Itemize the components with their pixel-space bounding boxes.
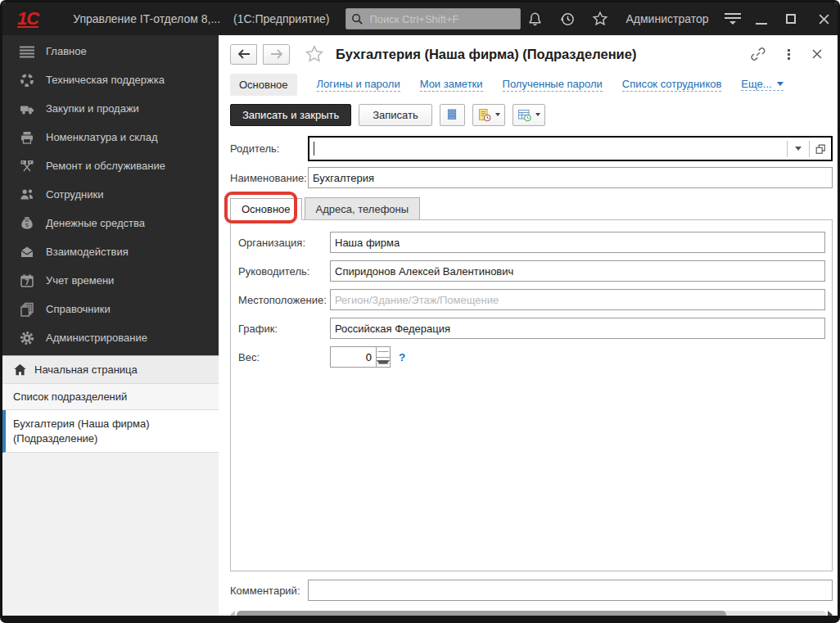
- spinner-down-button[interactable]: [377, 358, 390, 368]
- search-icon: [351, 13, 364, 25]
- chevron-down-icon: [535, 113, 540, 116]
- close-form-icon[interactable]: [811, 48, 823, 60]
- sidebar-item-employees[interactable]: Сотрудники: [2, 180, 219, 209]
- sidebar-item-active-department[interactable]: Бухгалтерия (Наша фирма) (Подразделение): [2, 410, 219, 453]
- copy-link-icon[interactable]: [750, 46, 766, 62]
- open-window-icon: [815, 143, 826, 155]
- save-and-close-button[interactable]: Записать и закрыть: [230, 104, 351, 126]
- name-label: Наименование:: [230, 172, 308, 184]
- schedule-field-row: График:: [238, 318, 825, 339]
- sidebar-item-nomenclature[interactable]: Номенклатура и склад: [2, 123, 219, 151]
- sidebar-item-label: Номенклатура и склад: [46, 131, 157, 143]
- mail-icon: [19, 244, 34, 260]
- location-input[interactable]: [330, 289, 825, 310]
- table-history-button[interactable]: [513, 104, 545, 126]
- calendar-icon: 7: [19, 273, 34, 288]
- sidebar-item-time-tracking[interactable]: 7 Учет времени: [2, 266, 219, 295]
- nav-more-label: Еще...: [741, 78, 771, 90]
- parent-field-row: Родитель:: [230, 136, 833, 161]
- weight-spinner: [377, 346, 391, 368]
- name-input[interactable]: [308, 167, 833, 188]
- nav-more-button[interactable]: Еще...: [741, 78, 783, 91]
- tab-general[interactable]: Основное: [230, 198, 302, 220]
- organization-input[interactable]: [330, 232, 825, 253]
- weight-help-link[interactable]: ?: [399, 351, 405, 363]
- maximize-button[interactable]: [782, 10, 800, 28]
- sidebar-item-label: Справочники: [46, 303, 111, 315]
- sidebar-item-repair-service[interactable]: Ремонт и обслуживание: [2, 151, 219, 180]
- form-header: Бухгалтерия (Наша фирма) (Подразделение): [230, 35, 833, 73]
- nav-tab-main[interactable]: Основное: [230, 74, 297, 96]
- close-window-button[interactable]: [815, 10, 833, 28]
- spinner-up-button[interactable]: [377, 347, 390, 358]
- scroll-right-arrow[interactable]: [828, 611, 833, 619]
- sidebar-item-catalogs[interactable]: Справочники: [2, 295, 219, 323]
- tab-addresses-phones[interactable]: Адреса, телефоны: [305, 197, 421, 219]
- sidebar-item-departments-list[interactable]: Список подразделений: [2, 384, 219, 410]
- parent-dropdown-button[interactable]: [788, 138, 809, 160]
- app-subtitle: (1С:Предприятие): [233, 12, 329, 25]
- chevron-down-icon: [495, 113, 500, 116]
- organization-label: Организация:: [238, 237, 330, 249]
- sidebar-item-main[interactable]: Главное: [2, 37, 219, 65]
- current-user[interactable]: Администратор: [625, 12, 708, 25]
- form-toolbar: Записать и закрыть Записать: [230, 103, 833, 126]
- sidebar-item-label: Администрирование: [46, 332, 147, 344]
- sidebar-item-interactions[interactable]: Взаимодействия: [2, 237, 219, 266]
- schedule-input[interactable]: [330, 318, 825, 339]
- nav-link-received-passwords[interactable]: Полученные пароли: [503, 77, 603, 92]
- form-nav-links: Основное Логины и пароли Мои заметки Пол…: [230, 73, 833, 96]
- sidebar-item-money[interactable]: s Денежные средства: [2, 209, 219, 237]
- gear-icon: [19, 330, 34, 345]
- manager-input[interactable]: [330, 260, 825, 282]
- global-search-box[interactable]: [345, 8, 521, 29]
- weight-label: Вес:: [238, 351, 330, 363]
- scroll-left-arrow[interactable]: [230, 611, 235, 619]
- sidebar-item-label: Сотрудники: [46, 188, 103, 201]
- nav-link-employee-list[interactable]: Список сотрудников: [622, 77, 722, 92]
- schedule-label: График:: [238, 323, 330, 335]
- parent-open-button[interactable]: [810, 138, 831, 160]
- history-icon[interactable]: [558, 10, 576, 28]
- sidebar-item-label: Денежные средства: [46, 217, 145, 229]
- stack-icon: [445, 108, 458, 122]
- comment-input[interactable]: [308, 580, 833, 601]
- scrollbar-track[interactable]: [237, 611, 826, 619]
- nav-link-my-notes[interactable]: Мои заметки: [420, 77, 483, 92]
- sidebar-item-label: Ремонт и обслуживание: [46, 160, 165, 172]
- sidebar-item-home-page[interactable]: Начальная страница: [2, 355, 219, 384]
- nav-link-logins[interactable]: Логины и пароли: [317, 77, 400, 92]
- sidebar-item-label: Учет времени: [46, 274, 114, 287]
- page-title: Бухгалтерия (Наша фирма) (Подразделение): [336, 47, 636, 62]
- table-clock-icon: [517, 108, 531, 122]
- main-content: Бухгалтерия (Наша фирма) (Подразделение)…: [219, 35, 838, 616]
- parent-input[interactable]: [314, 138, 787, 160]
- scrollbar-thumb[interactable]: [237, 611, 726, 619]
- more-actions-icon[interactable]: [788, 49, 790, 60]
- structure-button[interactable]: [440, 104, 465, 126]
- weight-input[interactable]: [330, 346, 377, 368]
- forward-button[interactable]: [263, 44, 290, 65]
- app-title: Управление IT-отделом 8,...: [73, 12, 220, 25]
- sidebar-item-purchases-sales[interactable]: Закупки и продажи: [2, 94, 219, 123]
- favorite-star-icon[interactable]: [305, 44, 324, 64]
- sidebar-item-administration[interactable]: Администрирование: [2, 323, 219, 352]
- minimize-button[interactable]: [756, 23, 767, 25]
- document-history-button[interactable]: [472, 104, 505, 126]
- save-button[interactable]: Записать: [359, 104, 432, 126]
- manager-label: Руководитель:: [238, 265, 330, 278]
- favorites-star-icon[interactable]: [591, 10, 609, 28]
- menu-lines-icon: [19, 43, 34, 59]
- 1c-logo: 1С: [17, 8, 38, 29]
- search-input[interactable]: [368, 12, 515, 26]
- tab-panel-general: Организация: Руководитель: Местоположени…: [230, 219, 833, 571]
- sidebar-sections: Главное Техническая поддержка Закупки и …: [2, 35, 219, 355]
- back-button[interactable]: [230, 44, 257, 65]
- sidebar-item-label: Взаимодействия: [46, 246, 129, 258]
- notifications-bell-icon[interactable]: [526, 10, 544, 28]
- sidebar-item-tech-support[interactable]: Техническая поддержка: [2, 65, 219, 94]
- sidebar: Главное Техническая поддержка Закупки и …: [2, 35, 219, 616]
- sidebar-item-label: Список подразделений: [13, 391, 127, 403]
- sidebar-item-label: Закупки и продажи: [46, 102, 139, 115]
- service-menu-icon[interactable]: [725, 13, 741, 25]
